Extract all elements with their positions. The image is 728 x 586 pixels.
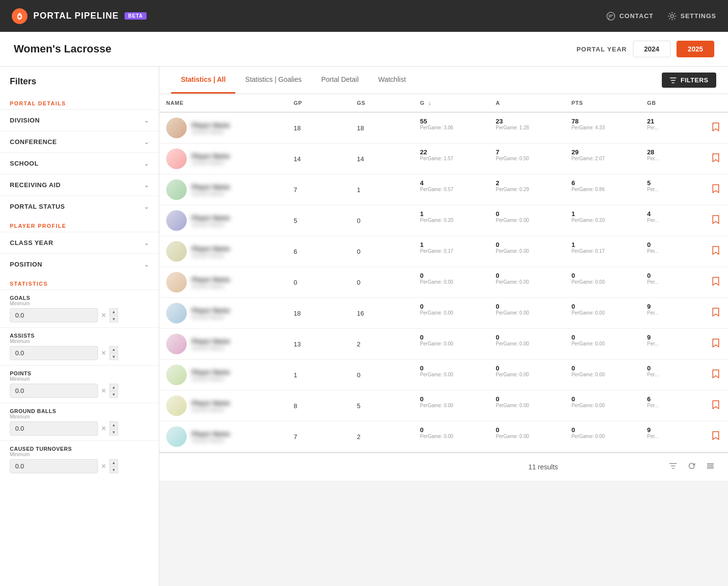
ground-balls-input[interactable] xyxy=(10,421,98,436)
table-row: Player Name School Name 13 2 0 PerGame: … xyxy=(159,329,728,360)
col-g[interactable]: G ↓ xyxy=(413,94,489,112)
sidebar-title: Filters xyxy=(0,76,159,95)
goals-increment-button[interactable]: ▲ xyxy=(109,308,118,315)
player-school: School Name xyxy=(192,438,230,443)
filters-button[interactable]: FILTERS xyxy=(662,73,716,88)
sidebar-item-portal-status[interactable]: PORTAL STATUS ⌄ xyxy=(0,195,159,217)
tab-watchlist[interactable]: Watchlist xyxy=(369,67,416,94)
goals-clear-button[interactable]: ✕ xyxy=(101,312,106,319)
chevron-down-icon: ⌄ xyxy=(144,139,149,146)
bookmark-button[interactable] xyxy=(710,275,721,290)
g-cell: 1 PerGame: 0.20 xyxy=(413,205,489,236)
goals-filter-sub: Minimum xyxy=(10,301,149,306)
ground-balls-clear-button[interactable]: ✕ xyxy=(101,425,106,432)
chevron-down-icon: ⌄ xyxy=(144,203,149,210)
avatar xyxy=(166,303,187,323)
bookmark-button[interactable] xyxy=(710,306,721,320)
svg-rect-5 xyxy=(707,467,714,468)
col-gb[interactable]: GB xyxy=(640,94,703,112)
chevron-down-icon: ⌄ xyxy=(144,160,149,167)
assists-filter-sub: Minimum xyxy=(10,339,149,344)
caused-turnovers-input[interactable] xyxy=(10,459,98,473)
ground-balls-increment-button[interactable]: ▲ xyxy=(109,421,118,428)
bookmark-button[interactable] xyxy=(710,337,721,351)
refresh-button[interactable] xyxy=(686,460,698,474)
bookmark-button[interactable] xyxy=(710,429,721,444)
contact-nav-item[interactable]: CONTACT xyxy=(606,11,653,21)
settings-nav-item[interactable]: SETTINGS xyxy=(667,11,716,21)
points-clear-button[interactable]: ✕ xyxy=(101,387,106,394)
results-count: 11 results xyxy=(419,463,667,471)
sidebar-item-division[interactable]: DIVISION ⌄ xyxy=(0,109,159,131)
gb-cell: 9 Per... xyxy=(640,298,703,329)
avatar xyxy=(166,426,187,447)
tab-stats-all[interactable]: Statistics | All xyxy=(171,67,235,94)
sidebar-item-receiving-aid[interactable]: RECEIVING AID ⌄ xyxy=(0,174,159,195)
bookmark-button[interactable] xyxy=(710,213,721,228)
filter-footer-button[interactable] xyxy=(667,460,679,474)
col-gs[interactable]: GS xyxy=(350,94,413,112)
player-name: Player Name xyxy=(192,307,230,314)
col-gp[interactable]: GP xyxy=(287,94,350,112)
player-school: School Name xyxy=(192,191,230,196)
bookmark-button[interactable] xyxy=(710,182,721,197)
player-school: School Name xyxy=(192,345,230,351)
list-view-button[interactable] xyxy=(704,460,716,474)
caused-turnovers-increment-button[interactable]: ▲ xyxy=(109,459,118,466)
player-name-cell: Player Name School Name xyxy=(159,174,287,205)
assists-input[interactable] xyxy=(10,346,98,360)
gs-cell: 1 xyxy=(350,174,413,205)
avatar xyxy=(166,272,187,293)
conference-label: CONFERENCE xyxy=(10,138,57,146)
avatar xyxy=(166,334,187,354)
caused-turnovers-clear-button[interactable]: ✕ xyxy=(101,463,106,470)
bookmark-button[interactable] xyxy=(710,398,721,413)
table-row: Player Name School Name 7 2 0 PerGame: 0… xyxy=(159,421,728,452)
points-input[interactable] xyxy=(10,384,98,398)
assists-increment-button[interactable]: ▲ xyxy=(109,346,118,353)
goals-filter: GOALS Minimum ✕ ▲ ▼ xyxy=(0,290,159,327)
year-2025-button[interactable]: 2025 xyxy=(677,41,714,57)
tab-portal-detail[interactable]: Portal Detail xyxy=(311,67,368,94)
table-row: Player Name School Name 18 18 55 PerGame… xyxy=(159,112,728,144)
assists-decrement-button[interactable]: ▼ xyxy=(109,353,118,360)
sort-desc-icon: ↓ xyxy=(428,100,431,106)
gb-cell: 28 Per... xyxy=(640,144,703,174)
table-row: Player Name School Name 0 0 0 PerGame: 0… xyxy=(159,267,728,298)
bookmark-button[interactable] xyxy=(710,151,721,166)
gp-cell: 14 xyxy=(287,144,350,174)
col-pts[interactable]: PTS xyxy=(565,94,640,112)
assists-filter: ASSISTS Minimum ✕ ▲ ▼ xyxy=(0,327,159,365)
table-row: Player Name School Name 14 14 22 PerGame… xyxy=(159,144,728,174)
pts-cell: 0 PerGame: 0.00 xyxy=(565,421,640,452)
goals-decrement-button[interactable]: ▼ xyxy=(109,316,118,322)
players-table-container: NAME GP GS G ↓ A PTS GB xyxy=(159,94,728,452)
col-a[interactable]: A xyxy=(489,94,564,112)
assists-filter-label: ASSISTS xyxy=(10,333,149,339)
sidebar-item-position[interactable]: POSITION ⌄ xyxy=(0,253,159,275)
year-2024-button[interactable]: 2024 xyxy=(633,41,671,57)
assists-clear-button[interactable]: ✕ xyxy=(101,349,106,357)
bookmark-button[interactable] xyxy=(710,367,721,382)
points-decrement-button[interactable]: ▼ xyxy=(109,391,118,398)
ground-balls-decrement-button[interactable]: ▼ xyxy=(109,429,118,436)
bookmark-button[interactable] xyxy=(710,121,721,135)
sidebar-item-class-year[interactable]: CLASS YEAR ⌄ xyxy=(0,232,159,253)
caused-turnovers-decrement-button[interactable]: ▼ xyxy=(109,466,118,473)
pts-cell: 6 PerGame: 0.86 xyxy=(565,174,640,205)
bookmark-icon xyxy=(712,431,719,440)
points-increment-button[interactable]: ▲ xyxy=(109,384,118,391)
gb-cell: 5 Per... xyxy=(640,174,703,205)
sub-header: Women's Lacrosse PORTAL YEAR 2024 2025 xyxy=(0,32,728,67)
sidebar-item-school[interactable]: SCHOOL ⌄ xyxy=(0,152,159,174)
sidebar-item-conference[interactable]: CONFERENCE ⌄ xyxy=(0,131,159,152)
pts-cell: 29 PerGame: 2.07 xyxy=(565,144,640,174)
tab-stats-goalies[interactable]: Statistics | Goalies xyxy=(235,67,311,94)
player-name-cell: Player Name School Name xyxy=(159,205,287,236)
bookmark-button[interactable] xyxy=(710,244,721,259)
avatar xyxy=(166,395,187,416)
goals-input[interactable] xyxy=(10,308,98,322)
portal-status-label: PORTAL STATUS xyxy=(10,203,65,210)
content-area: Statistics | All Statistics | Goalies Po… xyxy=(159,67,728,586)
statistics-label: STATISTICS xyxy=(0,275,159,290)
